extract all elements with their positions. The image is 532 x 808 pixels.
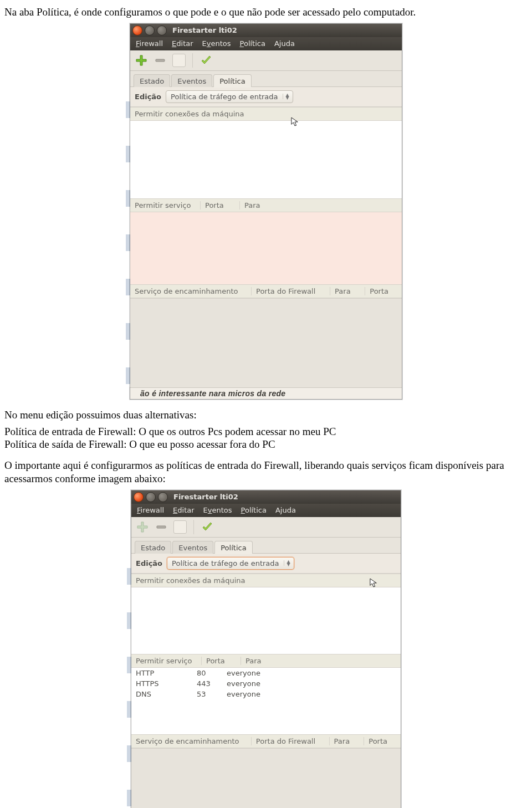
tab-estado[interactable]: Estado [134,74,170,87]
section-connections-header-2: Permitir conexões da máquina [131,574,401,587]
remove-icon[interactable] [154,54,167,67]
cell-service: HTTPS [136,679,197,688]
firestarter-window-2: Firestarter lti02 Firewall Editar Evento… [131,490,401,809]
col-para[interactable]: Para [244,201,393,209]
connections-list[interactable] [130,121,402,198]
screenshot-1: Firestarter lti02 Firewall Editar Evento… [4,23,528,400]
menu-bar[interactable]: Firewall Editar Eventos Política Ajuda [130,37,402,50]
maximize-icon[interactable] [158,492,168,502]
combo-spinner-icon[interactable]: ▲▼ [283,94,289,99]
forward-header: Serviço de encaminhamento Porta do Firew… [130,284,402,298]
toolbar-separator [193,520,194,534]
section-connections-header: Permitir conexões da máquina [130,107,402,121]
toolbar [130,50,402,71]
tabs-row: Estado Eventos Política [130,71,402,87]
combo-spinner-icon[interactable]: ▲▼ [284,560,290,566]
menu-ajuda[interactable]: Ajuda [275,506,296,514]
col-para[interactable]: Para [245,657,392,665]
menu-bar-2[interactable]: Firewall Editar Eventos Política Ajuda [131,504,401,517]
minimize-icon[interactable] [145,25,155,35]
col-service[interactable]: Permitir serviço [135,201,201,209]
service-row[interactable]: DNS53everyone [131,689,401,699]
col-port[interactable]: Porta [205,201,240,209]
window-title: Firestarter lti02 [172,26,237,34]
services-list-2[interactable]: HTTP80everyoneHTTPS443everyoneDNS53every… [131,668,401,734]
cell-para: everyone [227,669,396,677]
firestarter-window-1: Firestarter lti02 Firewall Editar Evento… [130,23,402,400]
col-fw-port[interactable]: Porta do Firewall [256,287,330,295]
tab-estado[interactable]: Estado [135,541,171,554]
cell-port: 443 [197,679,227,688]
col-fw-para[interactable]: Para [335,287,365,295]
edition-row: Edição Política de tráfego de entrada ▲▼ [130,87,402,107]
cell-service: HTTP [136,669,197,677]
cell-para: everyone [227,679,396,688]
menu-ajuda[interactable]: Ajuda [274,39,295,48]
cell-service: DNS [136,690,197,698]
cell-port: 53 [197,690,227,698]
menu-editar[interactable]: Editar [172,39,193,48]
p-politica-saida: Política de saída de Firewall: O que eu … [4,438,528,451]
close-icon[interactable] [132,25,142,35]
tab-eventos[interactable]: Eventos [171,74,212,87]
menu-eventos[interactable]: Eventos [202,39,231,48]
combo-value: Política de tráfego de entrada [171,93,278,101]
col-fw-para[interactable]: Para [334,737,365,745]
menu-editar[interactable]: Editar [173,506,195,514]
p-politica-entrada: Política de entrada de Firewall: O que o… [4,425,528,438]
col-fw-service[interactable]: Serviço de encaminhamento [136,737,252,745]
minimize-icon[interactable] [146,492,156,502]
add-icon[interactable] [136,520,149,534]
apply-icon[interactable] [201,520,214,534]
svg-rect-1 [157,526,166,528]
p-importante: O importante aqui é configurarmos as pol… [4,459,528,485]
col-service[interactable]: Permitir serviço [136,657,202,665]
combo-value: Política de tráfego de entrada [172,559,279,567]
menu-firewall[interactable]: Firewall [136,39,163,48]
toolbar-2 [131,517,401,538]
menu-politica[interactable]: Política [241,506,267,514]
menu-politica[interactable]: Política [240,39,265,48]
traffic-policy-combo[interactable]: Política de tráfego de entrada ▲▼ [167,557,294,570]
forward-header-2: Serviço de encaminhamento Porta do Firew… [131,734,401,748]
services-header: Permitir serviço Porta Para [130,198,402,212]
edit-box-icon[interactable] [173,520,187,534]
col-fw-port[interactable]: Porta do Firewall [256,737,330,745]
window-titlebar[interactable]: Firestarter lti02 [130,24,402,37]
col-port[interactable]: Porta [206,657,241,665]
svg-rect-0 [156,59,165,62]
traffic-policy-combo[interactable]: Política de tráfego de entrada ▲▼ [166,90,293,103]
services-header-2: Permitir serviço Porta Para [131,654,401,668]
service-row[interactable]: HTTPS443everyone [131,678,401,689]
left-edge-peek [126,101,130,387]
apply-icon[interactable] [200,54,213,67]
maximize-icon[interactable] [157,25,167,35]
forward-list[interactable] [130,298,402,387]
cell-port: 80 [197,669,227,677]
edition-label: Edição [136,559,162,567]
col-fw-service[interactable]: Serviço de encaminhamento [135,287,252,295]
col-fw-port2[interactable]: Porta [370,287,393,295]
services-list[interactable] [130,212,402,284]
forward-list-2[interactable] [131,748,401,809]
tab-eventos[interactable]: Eventos [172,541,213,554]
left-edge-peek-2 [127,568,131,809]
edit-box-icon[interactable] [172,54,186,67]
truncated-bg-text: ão é interessante nara micros da rede [130,387,402,399]
window-titlebar-2[interactable]: Firestarter lti02 [131,490,401,504]
edition-row-2: Edição Política de tráfego de entrada ▲▼ [131,554,401,574]
tab-politica[interactable]: Política [214,541,252,554]
tab-politica[interactable]: Política [213,74,251,87]
section-connections-label: Permitir conexões da máquina [135,110,244,118]
menu-eventos[interactable]: Eventos [203,506,232,514]
service-row[interactable]: HTTP80everyone [131,668,401,678]
menu-firewall[interactable]: Firewall [137,506,164,514]
col-fw-port2[interactable]: Porta [369,737,392,745]
add-icon[interactable] [135,54,148,67]
close-icon[interactable] [134,492,144,502]
screenshot-2: Firestarter lti02 Firewall Editar Evento… [4,490,528,809]
window-title-2: Firestarter lti02 [173,493,238,501]
connections-list-2[interactable] [131,587,401,654]
remove-icon[interactable] [155,520,168,534]
edition-label: Edição [135,93,161,101]
